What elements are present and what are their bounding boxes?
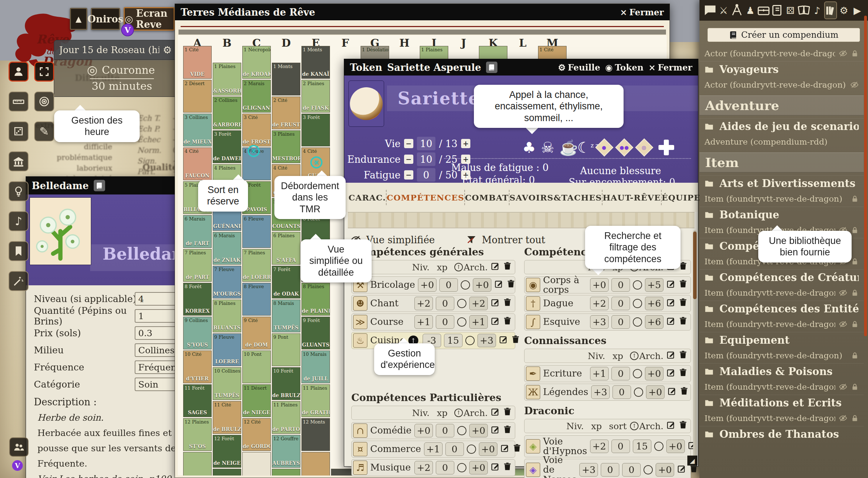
skill-row-ecriture[interactable]: ✒Ecriture+10+0 [524,365,691,382]
premiers-soins-icon[interactable] [658,140,674,155]
tmr-cell[interactable]: 6 Fleuve [242,215,271,248]
stat-minus-button[interactable]: − [404,170,413,180]
archive-radio[interactable] [633,299,642,308]
resize-handle[interactable]: ◢ [687,456,697,466]
tmr-cell[interactable]: 10 CollinesTUMPËS [213,367,241,400]
stat-value[interactable]: 0 [417,168,435,182]
edit-skill-icon[interactable] [491,462,500,473]
ethylisme-icon[interactable]: ☕ [559,139,578,156]
skill-name[interactable]: Voie de Narcos [543,455,577,478]
time-management-widget[interactable]: Jour 15 de Roseau (hiver) – NA: 3 ⚙ ◎ Co… [54,40,177,97]
skill-xp-value[interactable]: 0 [611,297,630,310]
skill-niveau-value[interactable]: +3 [591,385,610,399]
tmr-cell[interactable]: 3 Forêt [301,114,330,146]
tmr-cell[interactable]: 1 Nécropolede KROAK [242,46,271,79]
tmr-cell[interactable]: 11 Citéde BRULZ [213,401,241,434]
tmr-cell[interactable]: 6 Maraisde l'ART [183,215,212,248]
tmr-cell[interactable] [183,452,212,476]
items-tab-icon[interactable] [757,2,770,18]
compendium-folder[interactable]: Voyageurs [699,61,864,77]
edit-skill-icon[interactable] [500,443,510,455]
scenes-tab-icon[interactable] [730,2,743,18]
tmr-cell[interactable]: 2 Collines&ARBORE [213,97,241,129]
bulk-delete-icon[interactable] [503,261,512,273]
item-image-belledame[interactable] [30,197,91,265]
gear-icon[interactable]: ⚙ [163,44,172,56]
lock-icon[interactable] [851,289,859,297]
compendium-pack[interactable]: Item (foundryvtt-reve-de-dragon) [699,316,864,332]
skill-xp-value[interactable]: 0 [611,367,630,380]
tmr-cell[interactable]: 9 CollinesS'YOUS [183,317,212,349]
lock-icon[interactable] [851,414,859,422]
skill-xp-value[interactable]: 0 [601,463,619,477]
archive-radio[interactable] [467,445,476,454]
filter-icon[interactable] [466,234,477,245]
bulk-delete-icon[interactable] [678,350,688,362]
sheet-scrollbar-thumb[interactable] [693,232,697,299]
tab-comp-tences[interactable]: COMPÉTENCES [387,190,465,205]
eye-slash-icon[interactable] [839,49,847,58]
oniros-button[interactable]: Oniros [91,8,120,30]
delete-skill-icon[interactable] [678,298,688,309]
journal-tab-icon[interactable] [771,2,784,18]
compendium-pack[interactable]: Item (foundryvtt-reve-de-dragon) [699,348,864,363]
edit-skill-icon[interactable] [491,425,500,436]
compendium-folder[interactable]: Arts et Divertissements [699,175,864,191]
skill-xp-value[interactable]: 0 [445,442,464,456]
tmr-cell[interactable]: 11 Plainesde GRATH [301,384,330,417]
skill-niveau-value[interactable]: +1 [590,367,609,380]
show-all-label[interactable]: Montrer tout [482,234,545,245]
bulk-edit-icon[interactable] [491,261,500,273]
skill-name[interactable]: Dague [543,298,587,308]
tmr-cell[interactable]: 7 FleuveM'OURGS [213,266,241,298]
skill-row-course[interactable]: ≫Course+10+1 [351,313,515,331]
tmr-cell[interactable]: 7 Forêtde ODAK [272,266,300,298]
tmr-cell[interactable]: 11 Désertde NIEGE [242,384,271,417]
skill-name[interactable]: Comédie [370,426,412,435]
skill-niveau-value[interactable]: +0 [414,424,433,437]
skill-name[interactable]: Ecriture [543,369,587,378]
tmr-cell[interactable]: 9 Citéde DOM [242,317,271,349]
chance-icon[interactable]: ♣ [522,139,536,156]
skill-sort-value[interactable]: 0 [622,463,641,477]
edit-skill-icon[interactable] [666,316,676,328]
actor-portrait[interactable] [348,80,384,127]
sheet-config-button[interactable]: ⚙ Feuille [558,62,600,73]
skill-niveau-value[interactable]: +1 [414,315,433,329]
sidebar-scrollbar[interactable] [864,16,867,336]
calendar-header[interactable]: Jour 15 de Roseau (hiver) – NA: 3 ⚙ [54,40,177,60]
actor-name-link[interactable]: Sariette Asperule [387,62,481,73]
token-config-button[interactable]: ◉ Token [605,62,644,73]
tmr-cell[interactable]: 11 Plainesde PARTOLL [272,401,300,434]
close-sheet-button[interactable]: × Fermer [649,62,692,73]
bulk-edit-icon[interactable] [491,407,500,419]
tmr-cell[interactable]: 1 Montsde KANAÏ [301,46,330,79]
skill-row-comédie[interactable]: ∩Comédie+00+0 [351,422,515,439]
create-compendium-button[interactable]: Créer un compendium [707,28,860,42]
skill-row-esquive[interactable]: ∫Esquive+30+6 [524,313,691,331]
archive-radio[interactable] [633,369,642,378]
players-list-button[interactable] [9,437,29,457]
skill-name[interactable]: Esquive [543,317,587,327]
skill-niveau-value[interactable]: +2 [414,461,433,474]
combat-tab-icon[interactable]: ⚔ [717,2,730,18]
tmr-cell[interactable]: 8 ForêtKORREX [183,283,212,316]
edit-skill-icon[interactable] [666,368,676,379]
tmr-cell[interactable]: 1 Monts [272,63,300,95]
archive-up-icon[interactable]: ↑ [630,352,639,360]
skill-name[interactable]: Voie d'Hypnos [543,437,587,456]
tmr-cell[interactable]: 2 MaraisGLIGNANTS [242,80,271,113]
compendium-pack[interactable]: Item (foundryvtt-reve-de-dragon) [699,285,864,301]
tmr-cell[interactable]: 10 Maraisde JUILL [301,350,330,383]
archive-radio[interactable] [634,388,643,397]
archive-radio[interactable] [457,426,466,435]
measure-tool[interactable] [9,92,29,111]
lock-icon[interactable] [851,195,859,203]
stat-value[interactable]: 10 [417,137,435,150]
lock-icon[interactable] [851,258,859,265]
lock-icon[interactable] [851,352,859,359]
compendium-folder[interactable]: Compétences des Entités [699,301,864,316]
debordement-tmr-marker[interactable]: × [310,156,322,168]
delete-skill-icon[interactable] [680,386,689,398]
compendium-tab-icon[interactable] [824,1,837,19]
